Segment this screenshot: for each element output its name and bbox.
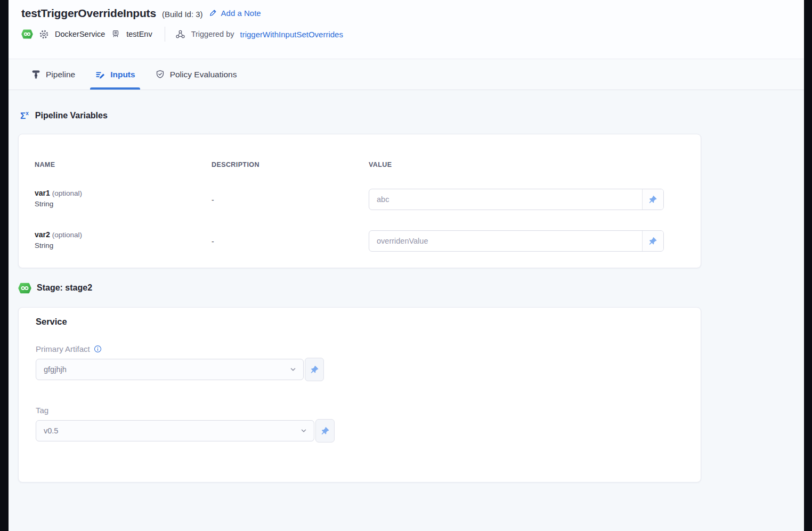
cd-module-icon [21,28,33,40]
add-note-link[interactable]: Add a Note [209,9,261,18]
column-value: VALUE [369,161,663,168]
shield-check-icon [155,69,165,79]
trigger-name-link[interactable]: triggerWithInputSetOverrides [240,30,343,39]
service-name: DockerService [55,30,105,38]
add-note-label: Add a Note [221,9,261,18]
column-description: DESCRIPTION [202,161,369,168]
tab-policy-evaluations[interactable]: Policy Evaluations [154,59,238,90]
triggered-by-label: Triggered by [191,30,234,38]
pin-button[interactable] [305,358,324,381]
gear-icon [39,29,49,39]
execution-header: testTriggerOverrideInputs (Build Id: 3) … [9,0,804,59]
inputs-icon [95,69,105,80]
inputs-tab-content: Σx Pipeline Variables NAME DESCRIPTION V… [9,90,804,531]
primary-artifact-label: Primary Artifact [36,344,90,353]
left-edge-strip [0,0,9,531]
tag-field: Tag v0.5 [36,406,701,442]
chevron-down-icon [289,366,297,373]
pin-button[interactable] [315,419,335,442]
variable-name-cell: var1 (optional) String [35,189,202,208]
variable-name: var1 [35,189,50,197]
variable-description: - [202,189,369,204]
variable-optional-badge: (optional) [52,231,82,239]
chevron-down-icon [300,427,307,435]
cd-stage-icon [18,281,31,295]
info-icon [94,345,102,353]
main-panel: testTriggerOverrideInputs (Build Id: 3) … [9,0,804,531]
table-row: var1 (optional) String - [35,189,663,210]
variable-value-input[interactable] [369,231,642,251]
pipeline-variables-title: Pipeline Variables [35,111,108,120]
tab-inputs-label: Inputs [110,70,135,79]
variable-value-inputbox [369,189,664,210]
tab-pipeline-label: Pipeline [46,70,75,79]
table-row: var2 (optional) String - [35,230,663,252]
header-meta-row: DockerService testEnv [21,27,804,42]
variables-table-header: NAME DESCRIPTION VALUE [35,161,663,168]
variable-optional-badge: (optional) [52,189,82,197]
pencil-icon [209,9,217,17]
build-id: (Build Id: 3) [162,10,203,19]
primary-artifact-select[interactable]: gfgjhjh [36,359,304,380]
header-title-row: testTriggerOverrideInputs (Build Id: 3) … [21,7,804,20]
header-divider [165,27,165,42]
tab-pipeline[interactable]: Pipeline [30,59,76,90]
variables-sigma-icon: Σx [20,111,29,120]
environment-name: testEnv [126,30,152,38]
environment-icon [111,29,120,39]
variable-type: String [35,200,202,208]
tab-inputs[interactable]: Inputs [94,59,136,90]
variable-value-inputbox [369,230,664,252]
tag-select[interactable]: v0.5 [36,420,314,441]
variable-name-cell: var2 (optional) String [35,230,202,250]
variable-type: String [35,242,202,250]
primary-artifact-field: Primary Artifact gfgjhjh [36,344,701,381]
tab-policy-evaluations-label: Policy Evaluations [170,70,237,79]
variable-description: - [202,230,369,246]
primary-artifact-value: gfgjhjh [44,365,289,374]
stage-service-card: Service Primary Artifact [18,307,701,482]
tag-label: Tag [36,406,48,415]
column-name: NAME [35,161,202,168]
service-heading: Service [36,317,701,327]
trigger-webhook-icon [175,29,185,39]
stage-title: Stage: stage2 [37,283,92,293]
app-root: testTriggerOverrideInputs (Build Id: 3) … [0,0,812,531]
tag-value: v0.5 [44,427,300,435]
pin-button[interactable] [642,231,663,251]
execution-tabbar: Pipeline Inputs Policy E [9,59,804,90]
pipeline-variables-header: Σx Pipeline Variables [18,109,804,122]
page-title: testTriggerOverrideInputs [21,7,156,20]
stage-header: Stage: stage2 [18,281,804,294]
variable-name: var2 [35,230,50,239]
variable-value-input[interactable] [369,189,642,210]
pin-button[interactable] [642,189,663,210]
pipeline-icon [31,69,41,79]
right-edge-strip [804,0,812,531]
pipeline-variables-card: NAME DESCRIPTION VALUE var1 (optional) S… [18,134,701,268]
